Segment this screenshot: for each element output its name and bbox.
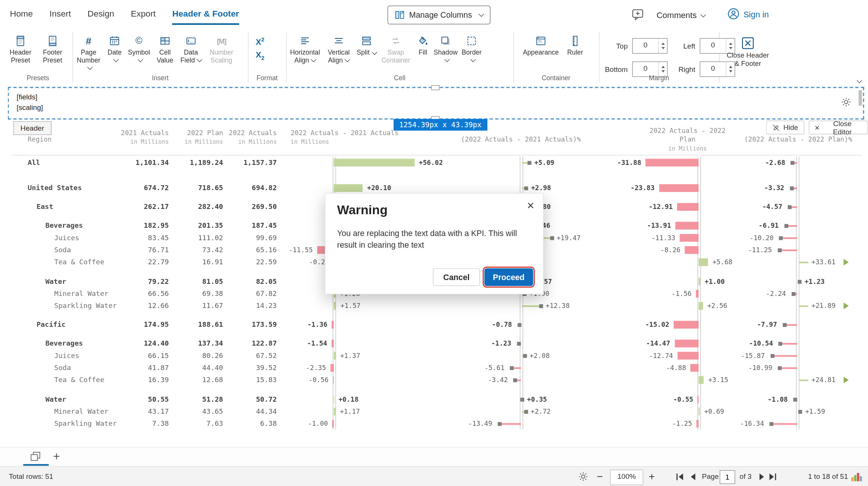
table-row-pacific[interactable]: Pacific174.95188.61173.59-1.36-0.78-15.0… <box>0 318 868 331</box>
zoom-in-button[interactable]: + <box>649 471 655 482</box>
table-row-juices[interactable]: Juices66.1580.2667.52+1.37+2.08-12.74-15… <box>0 350 868 362</box>
next-page-button[interactable] <box>760 474 764 480</box>
swap-container-button[interactable]: Swap Container <box>378 32 414 64</box>
date-button[interactable]: Date <box>104 32 126 64</box>
column-header-plan-variance-pct[interactable]: (2022 Actuals - 2022 Plan)% <box>736 135 860 144</box>
editor-scrollbar[interactable] <box>859 90 862 106</box>
border-icon <box>466 33 477 49</box>
close-header-footer-button[interactable]: Close Header & Footer <box>719 32 777 69</box>
bar-value: +0.69 <box>704 405 724 417</box>
hide-button[interactable]: Hide <box>766 120 804 134</box>
cell-value-button[interactable]: Cell Value <box>152 32 178 64</box>
tab-insert[interactable]: Insert <box>49 9 71 23</box>
tab-header-footer[interactable]: Header & Footer <box>172 9 239 25</box>
column-header-region[interactable]: Region <box>28 135 52 144</box>
column-header-variance-abs[interactable]: 2022 Actuals - 2021 Actualsin Millions <box>290 128 399 146</box>
cell-2022-actuals: 67.52 <box>210 350 277 362</box>
row-label: Tea & Coffee <box>54 374 104 386</box>
subscript-button[interactable]: X2 <box>252 50 282 62</box>
pin-marker-icon <box>528 161 532 165</box>
table-row-mineral-water[interactable]: Mineral Water43.1743.6544.34+1.17+2.72+0… <box>0 405 868 417</box>
table-row-beverages[interactable]: Beverages124.40137.34122.87-1.54-1.23-14… <box>0 337 868 349</box>
fill-button[interactable]: Fill <box>414 32 432 57</box>
table-row-sparkling-water[interactable]: Sparkling Water12.6611.6714.23+1.57+12.3… <box>0 300 868 312</box>
header-editor-zone[interactable]: [fields] [scaling] <box>8 87 864 120</box>
tab-home[interactable]: Home <box>10 9 33 23</box>
symbol-button[interactable]: © Symbol <box>126 32 153 64</box>
header-chip[interactable]: Header <box>13 121 51 135</box>
cancel-button[interactable]: Cancel <box>433 268 480 286</box>
footer-preset-button[interactable]: Footer Preset <box>37 32 69 64</box>
page-input[interactable] <box>720 470 735 484</box>
table-row-tea-coffee[interactable]: Tea & Coffee16.3912.6815.83-0.56-3.42+3.… <box>0 374 868 386</box>
pin-marker-icon <box>510 366 514 370</box>
insert-group-label: Insert <box>72 74 248 82</box>
sign-in-button[interactable]: Sign in <box>724 7 772 20</box>
shadow-button[interactable]: Shadow <box>432 32 459 64</box>
overflow-arrow-icon <box>844 303 848 309</box>
resize-handle-top[interactable] <box>431 85 440 90</box>
row-label: Soda <box>54 244 71 256</box>
border-button[interactable]: Border <box>459 32 484 64</box>
person-icon <box>727 8 740 20</box>
split-button[interactable]: Split <box>355 32 378 57</box>
table-row-sparkling-water[interactable]: Sparkling Water7.387.636.38-1.00-13.49-1… <box>0 417 868 430</box>
column-header-variance-pct[interactable]: (2022 Actuals - 2021 Actuals)% <box>454 135 587 144</box>
variance-pin <box>522 305 541 307</box>
table-row-all[interactable]: All1,101.341,189.241,157.37+56.02+5.09-3… <box>0 157 868 169</box>
zoom-out-button[interactable]: − <box>597 471 603 482</box>
header-preset-icon <box>15 33 26 49</box>
data-field-button[interactable]: Data Field <box>178 32 205 64</box>
comments-button[interactable]: Comments <box>653 10 708 20</box>
cell-2022-actuals: 44.34 <box>210 405 277 417</box>
stepper-up-icon[interactable] <box>661 66 665 68</box>
header-field-scaling[interactable]: [scaling] <box>17 102 43 113</box>
appearance-button[interactable]: Appearance <box>519 32 563 57</box>
manage-columns-button[interactable]: Manage Columns <box>388 6 491 24</box>
margin-top-stepper[interactable]: 0 <box>632 38 668 53</box>
bar-value: -23.83 <box>605 182 654 194</box>
column-header-plan-variance-abs[interactable]: 2022 Actuals - 2022 Planin Millions <box>644 126 730 153</box>
row-label: Mineral Water <box>54 288 108 300</box>
header-field-fields[interactable]: [fields] <box>17 92 43 102</box>
header-preset-button[interactable]: Header Preset <box>5 32 37 64</box>
vertical-align-button[interactable]: Vertical Align <box>323 32 355 64</box>
dialog-close-icon[interactable]: × <box>527 199 534 212</box>
stepper-down-icon[interactable] <box>661 70 665 73</box>
tab-design[interactable]: Design <box>87 9 114 23</box>
bar-value: +56.02 <box>419 157 443 169</box>
table-row-water[interactable]: Water50.5551.2850.72+0.18+0.35-0.55-1.08 <box>0 393 868 405</box>
manage-columns-label: Manage Columns <box>409 11 472 20</box>
fill-label: Fill <box>415 49 431 57</box>
total-rows-label: Total rows: 51 <box>9 472 53 481</box>
border-label: Border <box>462 49 481 56</box>
add-comment-button[interactable] <box>631 8 644 21</box>
status-bar: Total rows: 51 − 100% + Page of 3 1 to 1… <box>0 466 868 486</box>
dialog-message: You are replacing the text data with a K… <box>337 228 532 251</box>
tab-export[interactable]: Export <box>131 9 156 23</box>
number-scaling-button[interactable]: [M] Number Scaling <box>204 32 238 64</box>
add-sheet-button[interactable]: + <box>53 451 60 462</box>
close-editor-button[interactable]: × Close Editor <box>808 120 868 134</box>
superscript-button[interactable]: X2 <box>252 35 282 47</box>
ruler-button[interactable]: Ruler <box>563 32 587 57</box>
page-number-button[interactable]: # Page Number <box>73 32 103 72</box>
stepper-up-icon[interactable] <box>661 43 665 45</box>
sheet-tab[interactable] <box>29 451 42 463</box>
stepper-down-icon[interactable] <box>661 47 665 49</box>
variance-bar <box>334 408 335 416</box>
table-row-united-states[interactable]: United States674.72718.65694.82+20.10+2.… <box>0 182 868 194</box>
proceed-button[interactable]: Proceed <box>484 268 533 286</box>
zoom-level[interactable]: 100% <box>610 470 643 485</box>
variance-bar <box>334 352 336 360</box>
bar-value: -15.02 <box>619 318 669 331</box>
pin-marker-icon <box>518 323 521 327</box>
prev-page-button[interactable] <box>691 474 695 480</box>
header-settings-gear-icon[interactable] <box>841 97 851 107</box>
collapse-ribbon-icon[interactable] <box>857 78 862 84</box>
column-header-2022-actuals[interactable]: 2022 Actualsin Millions <box>210 128 277 146</box>
horizontal-align-button[interactable]: Horizontal Align <box>287 32 323 64</box>
table-row-soda[interactable]: Soda41.8744.4039.52-2.35-5.61-4.88-10.99 <box>0 362 868 374</box>
symbol-icon: © <box>136 33 142 49</box>
settings-gear-icon[interactable] <box>578 471 588 482</box>
